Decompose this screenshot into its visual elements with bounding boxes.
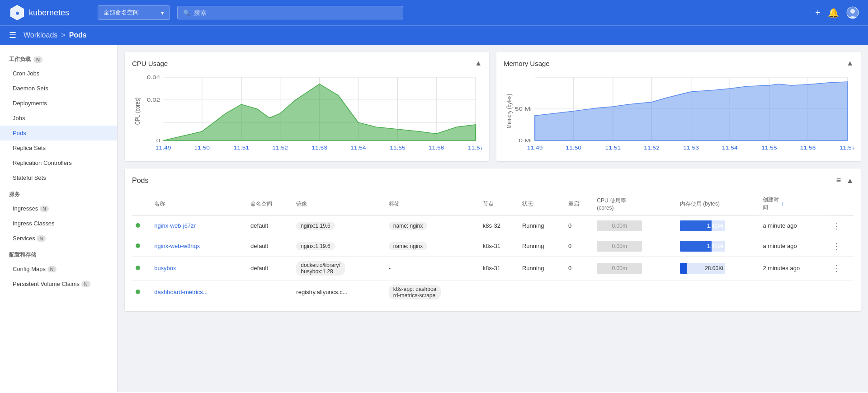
sidebar-item-services[interactable]: Services N [0,231,117,246]
col-labels: 标签 [385,192,479,215]
charts-row: CPU Usage ▲ [125,52,861,161]
pod-name-cell: busybox [151,256,247,280]
pod-status-indicator [132,215,151,236]
cpu-chart-header: CPU Usage ▲ [132,59,482,67]
pod-namespace: default [247,215,292,236]
svg-text:CPU (cores): CPU (cores) [133,98,141,125]
memory-bar: 1.41Mi [680,241,725,252]
user-avatar[interactable] [846,6,859,19]
sidebar-item-daemon-sets[interactable]: Daemon Sets [0,81,117,96]
status-dot-running [136,290,140,294]
pod-name-link[interactable]: dashboard-metrics... [154,289,208,295]
sidebar-item-config-maps[interactable]: Config Maps N [0,262,117,276]
pod-namespace [247,280,292,304]
sidebar-item-pods[interactable]: Pods [0,126,117,140]
col-node: 节点 [479,192,519,215]
more-options-button[interactable]: ⋮ [833,221,841,231]
collapse-icon[interactable]: ▲ [846,177,854,185]
col-actions [829,192,854,215]
pod-name-link[interactable]: busybox [154,265,176,271]
pods-table-body: nginx-web-j67zr default nginx:1.19.6 nam… [132,215,854,304]
svg-text:11:55: 11:55 [390,145,406,151]
sidebar-item-jobs[interactable]: Jobs [0,111,117,126]
svg-text:50 Mi: 50 Mi [515,106,532,112]
chevron-down-icon: ▾ [161,9,164,16]
avatar-icon [846,6,859,19]
pods-card: Pods ≡ ▲ 名称 命名空间 镜像 标签 节点 状态 重启 [125,168,861,311]
search-input[interactable] [194,9,397,16]
namespace-dropdown[interactable]: 全部命名空间 ▾ [98,5,170,20]
label-chip: k8s-app: dashboard-metrics-scrape [389,285,441,299]
image-chip: nginx:1.19.6 [296,222,335,230]
memory-chart-title: Memory Usage [504,60,550,67]
cpu-chart-collapse-button[interactable]: ▲ [475,59,482,67]
pod-namespace: default [247,236,292,256]
logo-text: kubernetes [29,8,69,18]
svg-text:11:52: 11:52 [272,145,288,151]
pod-name-link[interactable]: nginx-web-w8nqx [154,243,200,249]
sidebar-item-stateful-sets[interactable]: Stateful Sets [0,170,117,185]
pod-more: ⋮ [829,256,854,280]
cpu-chart-area: 0.04 0.02 0 11:49 11:50 11:51 11:52 11:5… [132,73,482,154]
hamburger-menu-icon[interactable]: ☰ [9,30,16,40]
sidebar-item-ingress-classes[interactable]: Ingress Classes [0,216,117,231]
sidebar-item-replica-sets[interactable]: Replica Sets [0,140,117,155]
svg-text:11:49: 11:49 [527,145,543,151]
svg-text:11:50: 11:50 [566,145,582,151]
col-status-text: 状态 [519,192,565,215]
sort-icon[interactable]: ↑ [781,200,784,207]
col-image: 镜像 [292,192,385,215]
memory-chart-card: Memory Usage ▲ [496,52,861,161]
image-chip: nginx:1.19.6 [296,242,335,250]
notification-bell-icon[interactable]: 🔔 [828,7,839,18]
memory-chart-collapse-button[interactable]: ▲ [846,59,854,67]
pod-name-cell: nginx-web-j67zr [151,215,247,236]
sidebar-section-workloads: 工作负载 N [0,50,117,66]
pod-more: ⋮ [829,236,854,256]
more-options-button[interactable]: ⋮ [833,241,841,251]
pod-name-cell: nginx-web-w8nqx [151,236,247,256]
search-box: 🔍 [177,6,403,19]
filter-icon[interactable]: ≡ [836,176,841,185]
col-memory: 内存使用 (bytes) [676,192,760,215]
col-name: 名称 [151,192,247,215]
memory-chart-svg: 50 Mi 0 Mi 11:49 11:50 11:51 11:52 11:53… [504,73,854,154]
add-button[interactable]: + [815,8,821,18]
status-dot-running [136,223,140,228]
pod-image: nginx:1.19.6 [292,215,385,236]
svg-text:11:53: 11:53 [683,145,699,151]
sidebar: 工作负载 N Cron Jobs Daemon Sets Deployments… [0,45,118,392]
pod-status-text [519,280,565,304]
cpu-chart-title: CPU Usage [132,60,168,67]
pod-status-text: Running [519,215,565,236]
memory-chart-header: Memory Usage ▲ [504,59,854,67]
cpu-chart-svg: 0.04 0.02 0 11:49 11:50 11:51 11:52 11:5… [132,73,482,154]
svg-text:11:56: 11:56 [800,145,816,151]
pod-node: k8s-31 [479,256,519,280]
search-icon: 🔍 [183,9,190,16]
pod-labels: name: nginx [385,236,479,256]
sidebar-item-pvc[interactable]: Persistent Volume Claims N [0,276,117,291]
sidebar-item-cron-jobs[interactable]: Cron Jobs [0,66,117,81]
more-options-button[interactable]: ⋮ [833,263,841,273]
breadcrumb-workloads[interactable]: Workloads [24,31,57,39]
pod-status-indicator [132,236,151,256]
label-chip: name: nginx [389,222,427,230]
status-dot-running [136,243,140,248]
pod-more: ⋮ [829,215,854,236]
pods-card-header: Pods ≡ ▲ [132,176,854,185]
sidebar-item-deployments[interactable]: Deployments [0,96,117,111]
pod-created: a minute ago [759,236,829,256]
pod-restarts: 0 [565,236,593,256]
pod-memory [676,280,760,304]
pod-name-link[interactable]: nginx-web-j67zr [154,222,196,229]
pods-table-header: 名称 命名空间 镜像 标签 节点 状态 重启 CPU 使用率(cores) 内存… [132,192,854,215]
svg-text:11:54: 11:54 [722,145,738,151]
pod-restarts: 0 [565,256,593,280]
sidebar-item-replication-controllers[interactable]: Replication Controllers [0,155,117,170]
memory-chart-area: 50 Mi 0 Mi 11:49 11:50 11:51 11:52 11:53… [504,73,854,154]
sidebar-item-ingresses[interactable]: Ingresses N [0,201,117,216]
pod-status-text: Running [519,256,565,280]
pod-image: docker.io/library/busybox:1.28 [292,256,385,280]
svg-text:11:57: 11:57 [840,145,854,151]
